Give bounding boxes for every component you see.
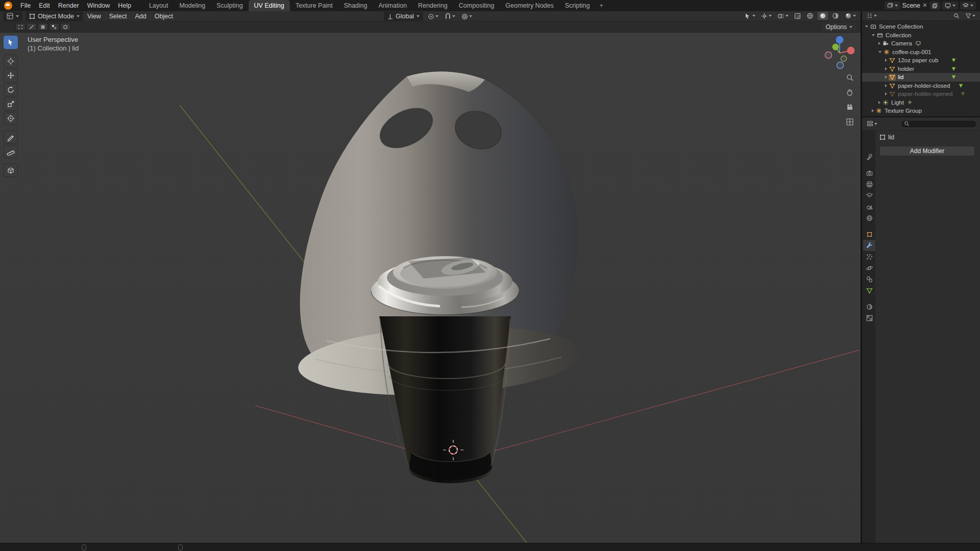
outliner-row-paper-holder-closed[interactable]: paper-holder-closed [862, 82, 980, 90]
tool-option-button-3[interactable] [38, 23, 48, 31]
tab-modifier-properties[interactable] [863, 240, 875, 251]
editor-type-button[interactable] [3, 12, 22, 21]
shading-wireframe-button[interactable] [805, 12, 815, 20]
axis-negative-z[interactable] [837, 62, 844, 69]
tool-option-button-2[interactable] [27, 23, 37, 31]
expand-icon[interactable] [885, 84, 887, 87]
expand-icon[interactable] [885, 67, 887, 70]
axis-x[interactable] [847, 47, 855, 55]
pivot-point-button[interactable] [426, 13, 440, 20]
expand-icon[interactable] [878, 51, 881, 53]
outliner-row-texture-group[interactable]: Texture Group [862, 107, 980, 115]
properties-search-input[interactable] [912, 121, 968, 127]
expand-icon[interactable] [885, 76, 887, 79]
scene-browse-button[interactable] [885, 2, 900, 10]
expand-icon[interactable] [885, 59, 887, 62]
tool-scale[interactable] [4, 97, 18, 111]
menu-object[interactable]: Object [151, 13, 177, 20]
outliner-row-camera[interactable]: Camera [862, 39, 980, 48]
tab-geometry-nodes[interactable]: Geometry Nodes [500, 0, 559, 11]
tab-object-properties[interactable] [863, 229, 875, 240]
expand-icon[interactable] [878, 101, 880, 104]
tab-constraint-properties[interactable] [863, 273, 875, 285]
camera-data-icon[interactable] [915, 40, 921, 46]
tab-modeling[interactable]: Modeling [174, 0, 211, 11]
outliner-row-holder[interactable]: holder [862, 65, 980, 73]
pan-button[interactable] [845, 87, 855, 97]
tab-scripting[interactable]: Scripting [559, 0, 596, 11]
menu-file[interactable]: File [16, 0, 35, 11]
properties-search[interactable] [900, 120, 977, 128]
tab-scene-properties[interactable] [863, 201, 875, 212]
gizmos-button[interactable] [760, 12, 773, 20]
xray-toggle-button[interactable] [793, 12, 802, 20]
tab-material-properties[interactable] [863, 301, 875, 312]
viewport-3d[interactable]: User Perspective (1) Collection | lid [0, 33, 861, 543]
axis-negative-x[interactable] [825, 52, 832, 59]
tool-rotate[interactable] [4, 83, 18, 96]
blender-logo-icon[interactable] [4, 2, 12, 10]
tab-compositing[interactable]: Compositing [453, 0, 500, 11]
tool-annotate[interactable] [4, 131, 18, 144]
tab-sculpting[interactable]: Sculpting [211, 0, 248, 11]
tool-measure[interactable] [4, 145, 18, 158]
outliner-row-paper-holder-opened[interactable]: paper-holder-opened [862, 90, 980, 98]
tab-world-properties[interactable] [863, 212, 875, 223]
tab-rendering[interactable]: Rendering [412, 0, 453, 11]
expand-icon[interactable] [872, 109, 874, 112]
tab-output-properties[interactable] [863, 179, 875, 190]
tool-option-button-5[interactable] [60, 23, 70, 31]
outliner-row-light[interactable]: Light [862, 98, 980, 107]
mesh-data-icon[interactable] [960, 91, 966, 97]
mesh-data-icon[interactable] [951, 74, 957, 81]
mode-dropdown[interactable]: Object Mode [26, 12, 83, 21]
tab-shading[interactable]: Shading [338, 0, 373, 11]
properties-editor-type-button[interactable] [865, 120, 879, 128]
outliner-row-coffee-cup-001[interactable]: coffee-cup-001 [862, 48, 980, 57]
selectability-visibility-button[interactable] [743, 12, 757, 20]
outliner-row-collection[interactable]: Collection [862, 31, 980, 40]
snap-toggle-button[interactable] [443, 13, 457, 20]
menu-render[interactable]: Render [54, 0, 83, 11]
expand-icon[interactable] [872, 34, 875, 36]
light-data-icon[interactable] [907, 99, 913, 105]
menu-select[interactable]: Select [105, 13, 131, 20]
shading-solid-button[interactable] [818, 12, 828, 20]
mesh-data-icon[interactable] [958, 83, 964, 89]
options-dropdown[interactable]: Options [822, 22, 856, 32]
add-modifier-button[interactable]: Add Modifier [879, 146, 975, 156]
expand-icon[interactable] [885, 92, 887, 95]
expand-icon[interactable] [878, 42, 880, 45]
mesh-data-icon[interactable] [951, 57, 957, 64]
tab-particle-properties[interactable] [863, 251, 875, 262]
shading-rendered-button[interactable] [843, 12, 857, 20]
tool-add-cube[interactable] [4, 164, 18, 177]
tab-tool[interactable] [863, 151, 875, 162]
outliner-editor-type-button[interactable] [865, 12, 878, 19]
view-layer-selector-button[interactable] [960, 2, 976, 10]
menu-view[interactable]: View [83, 13, 105, 20]
tab-uv-editing[interactable]: UV Editing [249, 0, 290, 11]
axis-negative-y[interactable] [841, 56, 847, 62]
transform-orientation-dropdown[interactable]: Global [384, 12, 423, 21]
tool-option-button-4[interactable] [49, 23, 59, 31]
search-icon[interactable] [953, 13, 960, 19]
zoom-button[interactable] [845, 72, 855, 83]
scene-unlink-button[interactable] [922, 2, 927, 9]
outliner-row-scene-collection[interactable]: Scene Collection [862, 22, 980, 31]
outliner-row-12oz-paper-cub[interactable]: 12oz paper cub [862, 56, 980, 65]
tool-move[interactable] [4, 69, 18, 82]
axis-y[interactable] [832, 44, 839, 51]
navigation-gizmo[interactable] [815, 33, 861, 72]
menu-edit[interactable]: Edit [35, 0, 54, 11]
mesh-data-icon[interactable] [951, 66, 957, 72]
expand-icon[interactable] [865, 26, 868, 28]
shading-material-button[interactable] [830, 12, 841, 20]
menu-window[interactable]: Window [83, 0, 114, 11]
ortho-toggle-button[interactable] [845, 117, 855, 127]
view-layer-browse-button[interactable] [942, 2, 958, 10]
menu-help[interactable]: Help [114, 0, 135, 11]
tool-transform[interactable] [4, 112, 18, 125]
proportional-editing-button[interactable] [460, 13, 474, 20]
add-workspace-button[interactable]: + [595, 0, 607, 11]
